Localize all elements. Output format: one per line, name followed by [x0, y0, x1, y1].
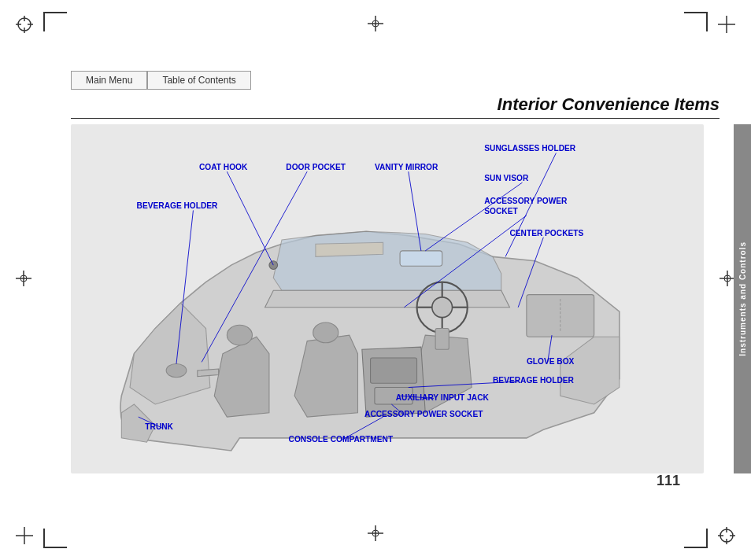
- label-center-pockets: CENTER POCKETS: [509, 229, 583, 238]
- car-diagram-svg: SUNGLASSES HOLDER SUN VISOR COAT HOOK DO…: [71, 124, 704, 473]
- crop-mark-tl: [43, 12, 67, 31]
- center-mark-right: [720, 271, 735, 289]
- nav-buttons: Main Menu Table of Contents: [71, 71, 251, 90]
- center-mark-left: [16, 271, 31, 289]
- corner-mark-br: [718, 527, 735, 544]
- center-mark-bottom: [368, 525, 383, 544]
- svg-point-37: [227, 325, 252, 345]
- svg-rect-35: [371, 358, 417, 383]
- center-mark-top: [368, 16, 383, 35]
- main-content: SUNGLASSES HOLDER SUN VISOR COAT HOOK DO…: [71, 124, 704, 473]
- side-tab: Instruments and Controls: [734, 124, 751, 473]
- svg-point-38: [313, 322, 339, 343]
- label-beverage-holder-top: BEVERAGE HOLDER: [137, 201, 219, 210]
- main-menu-button[interactable]: Main Menu: [71, 71, 147, 90]
- label-sunglasses-holder: SUNGLASSES HOLDER: [484, 144, 576, 153]
- svg-text:SOCKET: SOCKET: [484, 207, 518, 216]
- label-vanity-mirror: VANITY MIRROR: [375, 163, 438, 171]
- label-beverage-holder-bottom: BEVERAGE HOLDER: [493, 376, 575, 385]
- svg-line-44: [227, 171, 273, 265]
- svg-line-43: [425, 182, 522, 251]
- corner-mark-tr: [718, 16, 735, 33]
- label-accessory-power-socket-top: ACCESSORY POWER: [484, 197, 568, 205]
- page-number: 111: [657, 473, 680, 489]
- crop-mark-tr: [684, 12, 708, 31]
- label-auxiliary-input-jack: AUXILIARY INPUT JACK: [396, 393, 490, 402]
- corner-mark-bl: [16, 527, 33, 544]
- corner-mark-tl: [16, 16, 33, 33]
- svg-point-41: [166, 364, 187, 378]
- label-sun-visor: SUN VISOR: [484, 174, 529, 182]
- label-console-compartment: CONSOLE COMPARTMENT: [289, 435, 394, 444]
- toc-button[interactable]: Table of Contents: [147, 71, 250, 90]
- label-glove-box: GLOVE BOX: [527, 357, 575, 366]
- side-tab-label: Instruments and Controls: [738, 241, 747, 356]
- svg-rect-39: [400, 251, 442, 266]
- page-title: Interior Convenience Items: [71, 94, 720, 119]
- svg-rect-32: [435, 329, 449, 350]
- label-door-pocket: DOOR POCKET: [286, 163, 346, 171]
- crop-mark-br: [684, 529, 708, 548]
- label-coat-hook: COAT HOOK: [199, 163, 248, 171]
- svg-point-27: [432, 297, 453, 318]
- crop-mark-bl: [43, 529, 67, 548]
